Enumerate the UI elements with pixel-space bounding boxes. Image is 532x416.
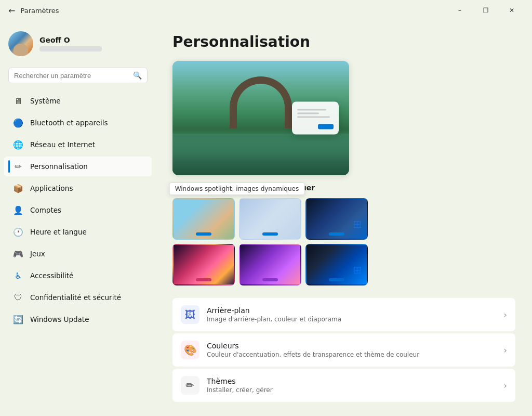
- theme-indicator-6: [329, 278, 344, 281]
- preview-dialog: [292, 102, 339, 135]
- sidebar-item-personalization-label: Personnalisation: [30, 162, 88, 171]
- app-container: Geoff O 🔍 🖥 Système 🔵 Bluetooth et appar…: [0, 21, 532, 416]
- background-text: Arrière-plan Image d'arrière-plan, coule…: [207, 306, 504, 323]
- sidebar-item-apps[interactable]: 📦 Applications: [4, 178, 152, 198]
- sidebar-item-accounts[interactable]: 👤 Comptes: [4, 200, 152, 220]
- bluetooth-icon: 🔵: [12, 117, 24, 128]
- sidebar-item-time[interactable]: 🕐 Heure et langue: [4, 222, 152, 242]
- personalization-icon: ✏️: [12, 161, 24, 172]
- time-icon: 🕐: [12, 226, 24, 238]
- theme-thumb-3[interactable]: ⊞: [305, 198, 368, 240]
- theme-thumb-2[interactable]: [239, 198, 301, 240]
- sidebar-item-time-label: Heure et langue: [30, 228, 87, 236]
- theme-thumb-5[interactable]: [239, 244, 301, 285]
- sidebar-item-system[interactable]: 🖥 Système: [4, 91, 152, 111]
- update-icon: 🔄: [12, 314, 24, 325]
- sidebar-item-accounts-label: Comptes: [30, 206, 61, 214]
- gaming-icon: 🎮: [12, 248, 24, 259]
- water-reflection: [172, 134, 349, 175]
- sidebar-item-gaming[interactable]: 🎮 Jeux: [4, 244, 152, 264]
- sidebar-item-update-label: Windows Update: [30, 315, 89, 323]
- avatar: [8, 31, 33, 56]
- settings-item-colors[interactable]: 🎨 Couleurs Couleur d'accentuation, effet…: [172, 333, 515, 367]
- page-title: Personnalisation: [172, 33, 515, 50]
- titlebar-controls: – ❐ ✕: [448, 3, 524, 18]
- user-section: Geoff O: [0, 27, 156, 64]
- background-desc: Image d'arrière-plan, couleur et diapora…: [207, 316, 504, 323]
- win-logo-6: ⊞: [353, 264, 362, 276]
- accessibility-icon: ♿: [12, 270, 24, 281]
- sidebar-item-network-label: Réseau et Internet: [30, 140, 95, 149]
- theme-thumb-6[interactable]: ⊞: [305, 244, 368, 285]
- theme-thumb-1[interactable]: [172, 198, 235, 240]
- background-icon: 🖼: [181, 305, 200, 324]
- theme-indicator-2: [262, 232, 278, 236]
- search-box[interactable]: 🔍: [8, 68, 148, 83]
- theme-indicator-5: [262, 278, 278, 281]
- theme-thumb-4[interactable]: [172, 244, 235, 285]
- sidebar-item-network[interactable]: 🌐 Réseau et Internet: [4, 135, 152, 154]
- accounts-icon: 👤: [12, 204, 24, 216]
- theme-indicator-1: [196, 232, 211, 236]
- theme-indicator-4: [196, 278, 211, 281]
- content-area: Personnalisation Sélectionner un thème à…: [156, 21, 532, 416]
- close-button[interactable]: ✕: [500, 3, 524, 18]
- colors-title: Couleurs: [207, 342, 504, 350]
- sidebar-item-update[interactable]: 🔄 Windows Update: [4, 309, 152, 329]
- theme-grid: ⊞ ⊞: [172, 198, 515, 285]
- search-input[interactable]: [14, 72, 129, 80]
- back-button[interactable]: ←: [8, 6, 15, 16]
- select-theme-label: Sélectionner un thème à appliquer: [172, 184, 515, 192]
- colors-desc: Couleur d'accentuation, effets de transp…: [207, 351, 504, 358]
- theme-indicator-3: [329, 232, 344, 236]
- sidebar-item-accessibility-label: Accessibilité: [30, 271, 73, 280]
- titlebar-left: ← Paramètres: [8, 6, 59, 16]
- settings-item-background[interactable]: 🖼 Arrière-plan Image d'arrière-plan, cou…: [172, 298, 515, 331]
- user-name: Geoff O: [39, 36, 102, 44]
- dialog-line-3: [297, 116, 330, 118]
- themes-icon: ✏️: [181, 376, 200, 395]
- settings-item-themes[interactable]: ✏️ Thèmes Installer, créer, gérer ›: [172, 369, 515, 402]
- apps-icon: 📦: [12, 183, 24, 194]
- sidebar-item-privacy-label: Confidentialité et sécurité: [30, 293, 121, 302]
- theme-grid-wrapper: Windows spotlight, images dynamiques ⊞: [172, 198, 515, 285]
- background-title: Arrière-plan: [207, 306, 504, 315]
- titlebar-title: Paramètres: [20, 7, 59, 15]
- sidebar-item-gaming-label: Jeux: [30, 250, 45, 258]
- sidebar-item-personalization[interactable]: ✏️ Personnalisation: [4, 157, 152, 176]
- colors-chevron: ›: [504, 345, 507, 355]
- background-chevron: ›: [504, 310, 507, 320]
- themes-text: Thèmes Installer, créer, gérer: [207, 377, 504, 394]
- dialog-line-2: [297, 113, 319, 114]
- titlebar: ← Paramètres – ❐ ✕: [0, 0, 532, 21]
- dialog-button: [318, 124, 334, 129]
- win-logo-3: ⊞: [353, 218, 362, 230]
- minimize-button[interactable]: –: [448, 3, 472, 18]
- privacy-icon: 🛡: [12, 292, 24, 303]
- sidebar-item-system-label: Système: [30, 97, 61, 105]
- user-email-blur: [39, 46, 102, 51]
- sidebar-item-bluetooth-label: Bluetooth et appareils: [30, 119, 108, 127]
- system-icon: 🖥: [12, 95, 24, 107]
- network-icon: 🌐: [12, 139, 24, 150]
- sidebar-item-apps-label: Applications: [30, 184, 73, 192]
- colors-text: Couleurs Couleur d'accentuation, effets …: [207, 342, 504, 358]
- colors-icon: 🎨: [181, 341, 200, 359]
- themes-title: Thèmes: [207, 377, 504, 385]
- user-info: Geoff O: [39, 36, 102, 51]
- theme-preview: [172, 61, 349, 175]
- maximize-button[interactable]: ❐: [474, 3, 498, 18]
- sidebar-item-accessibility[interactable]: ♿ Accessibilité: [4, 266, 152, 285]
- themes-chevron: ›: [504, 381, 507, 391]
- themes-desc: Installer, créer, gérer: [207, 386, 504, 394]
- search-icon: 🔍: [133, 71, 142, 80]
- dialog-line-1: [297, 109, 326, 111]
- sidebar-item-bluetooth[interactable]: 🔵 Bluetooth et appareils: [4, 113, 152, 133]
- sidebar: Geoff O 🔍 🖥 Système 🔵 Bluetooth et appar…: [0, 21, 156, 416]
- sidebar-item-privacy[interactable]: 🛡 Confidentialité et sécurité: [4, 288, 152, 307]
